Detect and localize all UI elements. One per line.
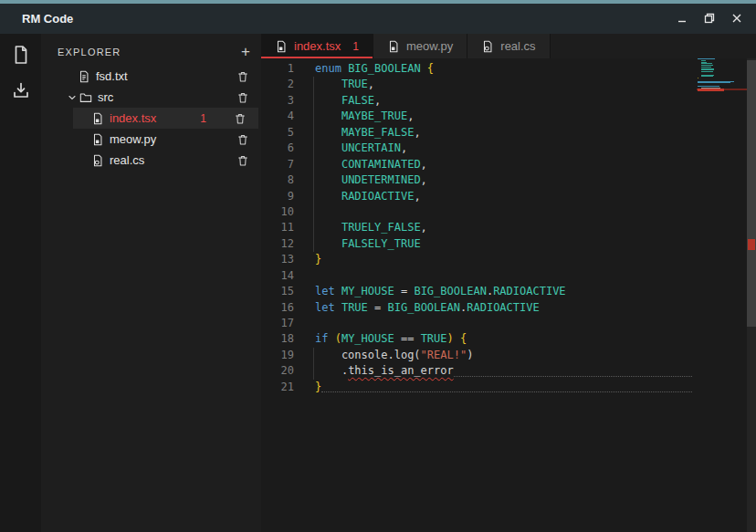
minimap-line [701, 76, 713, 77]
code-line-8: 8 UNDETERMINED, [261, 172, 756, 188]
file-code-icon [91, 112, 104, 125]
minimize-icon [677, 11, 688, 27]
explorer-title: EXPLORER [58, 47, 121, 57]
trash-icon[interactable] [236, 91, 249, 104]
code-line-13: 13} [261, 252, 756, 267]
code-text: } [315, 252, 321, 267]
close-icon [731, 11, 742, 27]
file-row-real.cs[interactable]: real.cs [41, 150, 261, 171]
download-icon[interactable] [10, 79, 32, 101]
code-line-4: 4 MAYBE_TRUE, [261, 109, 756, 124]
code-text: console.log("REAL!") [315, 348, 473, 363]
code-line-16: 16let TRUE = BIG_BOOLEAN.RADIOACTIVE [261, 300, 756, 316]
tab-real.cs[interactable]: real.cs [467, 34, 550, 58]
file-name: meow.py [110, 132, 156, 146]
line-number: 1 [261, 61, 294, 77]
line-number: 20 [261, 363, 294, 379]
close-button[interactable] [730, 13, 743, 26]
problem-count-badge: 1 [200, 112, 206, 125]
scrollbar-thumb[interactable] [747, 60, 756, 327]
dotted-trail-line [321, 391, 692, 392]
tab-meow.py[interactable]: meow.py [373, 34, 467, 58]
file-code-icon [91, 133, 104, 146]
code-text: .this_is_an_error [315, 363, 454, 379]
trash-icon[interactable] [234, 112, 247, 125]
code-text: MAYBE_FALSE, [315, 125, 421, 141]
code-text: FALSE, [315, 93, 381, 109]
code-text: TRUE, [315, 77, 374, 92]
line-number: 10 [261, 204, 294, 220]
file-icon[interactable] [10, 44, 32, 66]
line-number: 2 [261, 77, 294, 92]
title-bar: RM Code [0, 4, 756, 34]
code-line-19: 19 console.log("REAL!") [261, 348, 756, 363]
code-text: UNDETERMINED, [315, 172, 427, 188]
code-line-21: 21} [261, 380, 756, 395]
code-line-17: 17 [261, 316, 756, 331]
file-code-icon [387, 40, 400, 53]
add-file-button[interactable]: + [241, 44, 250, 59]
trash-icon[interactable] [236, 133, 249, 146]
file-name: real.cs [110, 153, 144, 167]
maximize-button[interactable] [703, 13, 716, 26]
code-text: FALSELY_TRUE [315, 236, 421, 252]
trash-icon[interactable] [236, 154, 249, 167]
code-line-18: 18if (MY_HOUSE == TRUE) { [261, 331, 756, 347]
code-line-1: 1enum BIG_BOOLEAN { [261, 61, 756, 77]
line-number: 5 [261, 125, 294, 141]
line-number: 12 [261, 236, 294, 252]
line-number: 19 [261, 348, 294, 363]
minimap[interactable] [696, 58, 747, 159]
tab-index.tsx[interactable]: index.tsx1 [261, 34, 373, 58]
scrollbar-track[interactable] [747, 58, 756, 532]
file-text-icon [78, 70, 90, 83]
line-number: 11 [261, 220, 294, 235]
code-text: UNCERTAIN, [315, 141, 407, 156]
minimize-button[interactable] [676, 13, 688, 26]
dotted-trail-line [454, 376, 692, 377]
problem-count-badge: 1 [352, 40, 359, 53]
code-line-12: 12 FALSELY_TRUE [261, 236, 756, 252]
code-editor[interactable]: 1enum BIG_BOOLEAN {2 TRUE,3 FALSE,4 MAYB… [261, 58, 756, 532]
tab-bar: index.tsx1meow.pyreal.cs [261, 34, 756, 58]
file-circle-icon [481, 40, 494, 53]
line-number: 7 [261, 157, 294, 172]
file-row-src[interactable]: src [41, 87, 261, 108]
code-text: enum BIG_BOOLEAN { [315, 61, 434, 77]
code-text: if (MY_HOUSE == TRUE) { [315, 331, 467, 347]
explorer-sidebar: EXPLORER + fsd.txtsrcindex.tsx1meow.pyre… [41, 34, 261, 532]
maximize-icon [704, 11, 715, 27]
file-list: fsd.txtsrcindex.tsx1meow.pyreal.cs [41, 66, 261, 171]
line-number: 8 [261, 172, 294, 188]
minimap-line [698, 78, 698, 78]
line-number: 17 [261, 316, 294, 331]
code-line-14: 14 [261, 268, 756, 284]
code-text: TRUELY_FALSE, [315, 220, 427, 235]
line-number: 4 [261, 109, 294, 124]
file-name: src [98, 90, 113, 104]
file-code-icon [275, 40, 288, 53]
app-window: RM Code [0, 0, 756, 532]
explorer-header: EXPLORER + [41, 39, 261, 64]
window-controls [676, 13, 743, 26]
code-line-11: 11 TRUELY_FALSE, [261, 220, 756, 235]
line-number: 15 [261, 284, 294, 299]
code-line-20: 20 .this_is_an_error [261, 363, 756, 379]
code-line-6: 6 UNCERTAIN, [261, 141, 756, 156]
activity-bar [0, 34, 41, 532]
code-line-9: 9 RADIOACTIVE, [261, 189, 756, 204]
file-row-fsd.txt[interactable]: fsd.txt [41, 66, 261, 87]
minimap-line [698, 82, 730, 83]
editor-group: index.tsx1meow.pyreal.cs 1enum BIG_BOOLE… [261, 34, 756, 532]
code-text: let MY_HOUSE = BIG_BOOLEAN.RADIOACTIVE [315, 284, 566, 299]
file-row-meow.py[interactable]: meow.py [41, 129, 261, 150]
line-number: 6 [261, 141, 294, 156]
code-line-10: 10 [261, 204, 756, 220]
line-number: 9 [261, 189, 294, 204]
folder-icon [79, 91, 92, 104]
minimap-line [701, 71, 713, 72]
file-row-index.tsx[interactable]: index.tsx1 [73, 108, 258, 129]
minimap-line [698, 58, 715, 59]
minimap-error-highlight [698, 89, 724, 91]
trash-icon[interactable] [236, 70, 249, 83]
